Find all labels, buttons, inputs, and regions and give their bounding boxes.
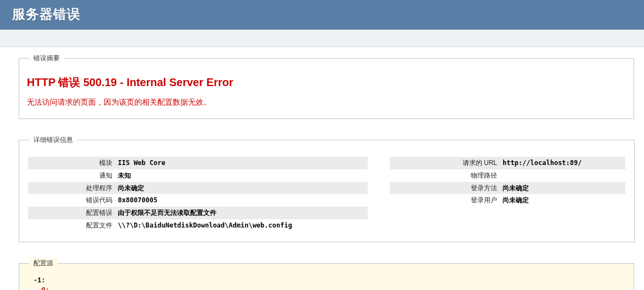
detail-row: 登录用户尚未确定 — [390, 194, 625, 207]
detail-row: 请求的 URLhttp://localhost:89/ — [390, 157, 625, 169]
detail-row: 配置文件\\?\D:\BaiduNetdiskDownload\Admin\we… — [28, 219, 368, 232]
page-header: 服务器错误 — [0, 0, 644, 30]
error-summary-section: 错误摘要 HTTP 错误 500.19 - Internal Server Er… — [19, 53, 634, 119]
detail-row: 登录方法尚未确定 — [390, 182, 625, 195]
detail-row: 处理程序尚未确定 — [28, 182, 368, 195]
error-subtitle: 无法访问请求的页面，因为该页的相关配置数据无效。 — [27, 98, 627, 107]
page-title: 服务器错误 — [12, 5, 632, 23]
config-source-code: -1: 0: — [26, 274, 627, 290]
detail-value: http://localhost:89/ — [503, 158, 582, 168]
details-left-column: 模块IIS Web Core 通知未知 处理程序尚未确定 错误代码0x80070… — [28, 157, 368, 232]
detail-value: \\?\D:\BaiduNetdiskDownload\Admin\web.co… — [118, 221, 292, 230]
detail-row: 配置错误由于权限不足而无法读取配置文件 — [28, 207, 368, 219]
detail-value: 0x80070005 — [118, 196, 157, 205]
config-source-legend: 配置源 — [29, 258, 58, 269]
detail-key: 登录方法 — [393, 184, 503, 193]
detail-value: 尚未确定 — [118, 184, 144, 193]
detail-value: 尚未确定 — [503, 184, 529, 193]
error-details-legend: 详细错误信息 — [29, 134, 77, 146]
detail-row: 通知未知 — [28, 169, 368, 182]
detail-key: 配置文件 — [31, 221, 118, 230]
detail-key: 错误代码 — [31, 196, 118, 205]
detail-row: 错误代码0x80070005 — [28, 194, 368, 207]
details-right-column: 请求的 URLhttp://localhost:89/ 物理路径 登录方法尚未确… — [390, 157, 625, 232]
detail-key: 请求的 URL — [393, 158, 503, 168]
error-title: HTTP 错误 500.19 - Internal Server Error — [27, 75, 627, 90]
error-details-section: 详细错误信息 模块IIS Web Core 通知未知 处理程序尚未确定 错误代码… — [19, 134, 635, 242]
config-source-section: 配置源 -1: 0: — [19, 258, 634, 290]
config-source-line: 0: — [33, 286, 627, 290]
detail-key: 通知 — [31, 171, 118, 180]
error-summary-legend: 错误摘要 — [29, 53, 64, 64]
detail-row: 模块IIS Web Core — [28, 157, 368, 169]
config-source-line: -1: — [33, 276, 627, 286]
detail-row: 物理路径 — [390, 169, 625, 182]
detail-key: 物理路径 — [393, 171, 503, 180]
header-sub-bar — [0, 30, 644, 47]
detail-value: 未知 — [118, 171, 131, 180]
detail-key: 登录用户 — [393, 196, 503, 205]
detail-key: 模块 — [31, 158, 118, 168]
detail-value: 由于权限不足而无法读取配置文件 — [118, 208, 216, 218]
detail-value: 尚未确定 — [503, 196, 529, 205]
detail-key: 处理程序 — [31, 184, 118, 193]
detail-key: 配置错误 — [31, 208, 118, 218]
content-area: 错误摘要 HTTP 错误 500.19 - Internal Server Er… — [0, 47, 644, 290]
detail-value: IIS Web Core — [118, 158, 166, 168]
